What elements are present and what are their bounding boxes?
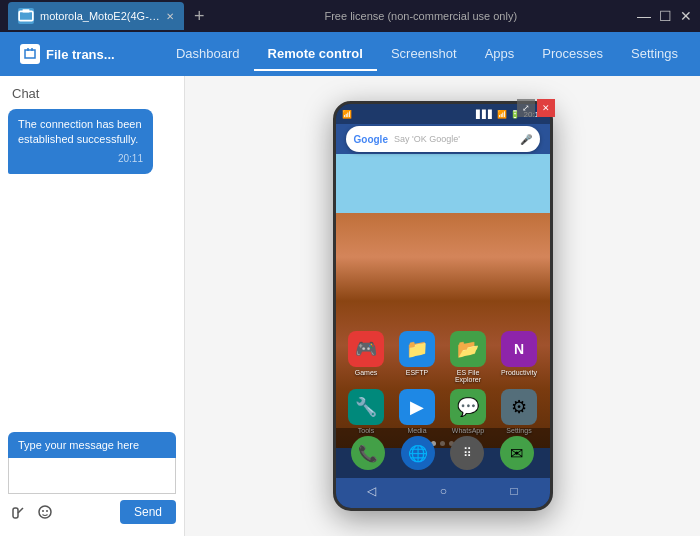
titlebar-left: motorola_MotoE2(4G-LTE)_TA38500MTZ ✕ + [8, 2, 205, 30]
app-es-file-explorer[interactable]: 📂 ES File Explorer [446, 331, 491, 383]
dock-phone[interactable]: 📞 [351, 436, 385, 470]
chat-label: Chat [8, 86, 176, 101]
svg-rect-2 [13, 508, 18, 518]
minimize-button[interactable]: — [637, 8, 651, 24]
phone-controls: ⤢ ✕ [517, 99, 555, 117]
app-productivity[interactable]: N Productivity [497, 331, 542, 383]
nav-processes[interactable]: Processes [528, 38, 617, 71]
chat-sidebar: Chat The connection has been established… [0, 76, 185, 536]
signal-icon: ▋▋▋ [476, 110, 494, 119]
phone-screen: 📶 ▋▋▋ 📶 🔋 20:12 Google Say 'OK Google' [336, 104, 550, 508]
app-games[interactable]: 🎮 Games [344, 331, 389, 383]
app-media-icon: ▶ [399, 389, 435, 425]
back-button[interactable]: ◁ [367, 484, 376, 498]
maximize-button[interactable]: ☐ [659, 8, 672, 24]
phone-close-icon[interactable]: ✕ [537, 99, 555, 117]
svg-rect-0 [19, 11, 33, 20]
app-esftp-icon: 📁 [399, 331, 435, 367]
app-esftp-label: ESFTP [406, 369, 429, 376]
bottom-dock: 📞 🌐 ⠿ ✉ [336, 428, 550, 478]
nav-dashboard[interactable]: Dashboard [162, 38, 254, 71]
close-button[interactable]: ✕ [680, 8, 692, 24]
chat-input-label: Type your message here [8, 432, 176, 458]
chat-timestamp: 20:11 [18, 152, 143, 166]
android-nav: ◁ ○ □ [336, 478, 550, 504]
app-productivity-label: Productivity [501, 369, 537, 376]
chat-bubble: The connection has been established succ… [8, 109, 153, 174]
brand-text: File trans... [46, 47, 115, 62]
app-esftp[interactable]: 📁 ESFTP [395, 331, 440, 383]
chat-spacer [8, 174, 176, 432]
chat-toolbar: Send [8, 498, 176, 526]
chat-message: The connection has been established succ… [18, 117, 143, 148]
google-search-bar[interactable]: Google Say 'OK Google' 🎤 [346, 126, 540, 152]
window-controls: — ☐ ✕ [637, 8, 692, 24]
status-icons: 📶 [342, 110, 352, 119]
brand: File trans... [8, 44, 127, 64]
new-tab-button[interactable]: + [194, 6, 205, 27]
app-settings-icon: ⚙ [501, 389, 537, 425]
svg-rect-1 [23, 9, 30, 12]
dock-apps-button[interactable]: ⠿ [450, 436, 484, 470]
dock-messages[interactable]: ✉ [500, 436, 534, 470]
titlebar: motorola_MotoE2(4G-LTE)_TA38500MTZ ✕ + F… [0, 0, 700, 32]
app-games-label: Games [355, 369, 378, 376]
google-placeholder: Say 'OK Google' [394, 134, 520, 144]
main-nav: Dashboard Remote control Screenshot Apps… [127, 38, 692, 71]
brand-icon [20, 44, 40, 64]
app-es-icon: 📂 [450, 331, 486, 367]
navbar: File trans... Dashboard Remote control S… [0, 32, 700, 76]
app-grid: 🎮 Games 📁 ESFTP 📂 ES File Explorer [336, 325, 550, 440]
app-whatsapp-icon: 💬 [450, 389, 486, 425]
tab-title: motorola_MotoE2(4G-LTE)_TA38500MTZ [40, 10, 160, 22]
phone-area: ⤢ ✕ 📶 ▋▋▋ 📶 🔋 20:12 [185, 76, 700, 536]
svg-point-4 [42, 510, 44, 512]
nav-apps[interactable]: Apps [471, 38, 529, 71]
expand-icon[interactable]: ⤢ [517, 99, 535, 117]
app-games-icon: 🎮 [348, 331, 384, 367]
chat-input[interactable] [8, 458, 176, 494]
license-text: Free license (non-commercial use only) [324, 10, 517, 22]
send-button[interactable]: Send [120, 500, 176, 524]
phone-frame: 📶 ▋▋▋ 📶 🔋 20:12 Google Say 'OK Google' [333, 101, 553, 511]
notification-icons: 📶 [342, 110, 352, 119]
wifi-icon: 📶 [497, 110, 507, 119]
app-productivity-icon: N [501, 331, 537, 367]
nav-settings[interactable]: Settings [617, 38, 692, 71]
app-icon [18, 8, 34, 24]
titlebar-tab[interactable]: motorola_MotoE2(4G-LTE)_TA38500MTZ ✕ [8, 2, 184, 30]
mic-icon: 🎤 [520, 134, 532, 145]
emoji-icon[interactable] [34, 501, 56, 523]
svg-point-5 [46, 510, 48, 512]
google-logo: Google [354, 134, 388, 145]
dock-browser[interactable]: 🌐 [401, 436, 435, 470]
svg-point-3 [39, 506, 51, 518]
chat-toolbar-icons [8, 501, 56, 523]
nav-remote-control[interactable]: Remote control [254, 38, 377, 71]
recent-button[interactable]: □ [511, 484, 518, 498]
phone-wrapper: ⤢ ✕ 📶 ▋▋▋ 📶 🔋 20:12 [333, 101, 553, 511]
tab-close-icon[interactable]: ✕ [166, 11, 174, 22]
main-content: Chat The connection has been established… [0, 76, 700, 536]
home-button[interactable]: ○ [440, 484, 447, 498]
attach-icon[interactable] [8, 501, 30, 523]
nav-screenshot[interactable]: Screenshot [377, 38, 471, 71]
app-tools-icon: 🔧 [348, 389, 384, 425]
app-es-label: ES File Explorer [446, 369, 491, 383]
